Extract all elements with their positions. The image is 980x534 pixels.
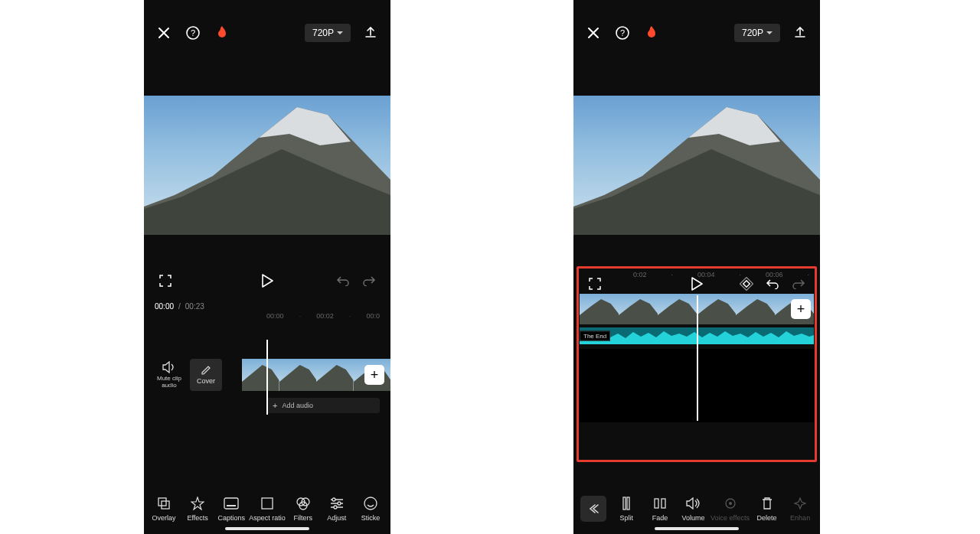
svg-marker-30 — [580, 299, 619, 324]
svg-rect-40 — [662, 499, 665, 508]
timeline-area[interactable]: 0:02 · 00:04 · 00:06 · + — [580, 269, 814, 422]
top-bar: ? 720P — [144, 6, 390, 60]
svg-rect-10 — [158, 498, 166, 506]
tool-voice-effects[interactable]: Voice effects — [710, 496, 750, 522]
tool-split[interactable]: Split — [610, 496, 642, 522]
timeline-ruler: 00:00 · 00:02 · 00:0 — [144, 312, 390, 324]
close-icon[interactable] — [155, 24, 173, 42]
resolution-label: 720P — [742, 28, 763, 38]
timeline-ruler: 0:02 · 00:04 · 00:06 · — [580, 269, 814, 282]
mute-clip-button[interactable]: Mute clip audio — [155, 360, 184, 389]
bottom-toolbar: Split Fade Volume Voice effects Delete E… — [573, 496, 820, 526]
chevron-down-icon — [337, 31, 343, 34]
playhead[interactable] — [697, 295, 698, 421]
home-indicator — [655, 527, 739, 530]
resolution-selector[interactable]: 720P — [734, 24, 780, 42]
back-button[interactable] — [580, 496, 606, 522]
svg-point-19 — [338, 502, 341, 505]
chevron-down-icon — [766, 31, 773, 34]
timeline-row[interactable]: Mute clip audio Cover + — [144, 358, 390, 392]
flame-icon[interactable] — [213, 24, 231, 42]
svg-rect-14 — [262, 498, 273, 509]
svg-rect-37 — [623, 497, 626, 510]
add-clip-button[interactable]: + — [791, 299, 811, 319]
svg-marker-31 — [619, 299, 658, 324]
svg-marker-5 — [263, 275, 273, 287]
svg-marker-34 — [736, 299, 775, 324]
playhead[interactable] — [266, 340, 268, 415]
undo-icon[interactable] — [334, 272, 352, 290]
video-preview[interactable] — [144, 96, 390, 235]
help-icon[interactable]: ? — [184, 24, 202, 42]
video-clip[interactable]: + — [242, 359, 390, 391]
tool-stickers[interactable]: Sticke — [354, 496, 387, 522]
tool-filters[interactable]: Filters — [287, 496, 319, 522]
editor-screen-main: ? 720P — [144, 0, 390, 534]
export-icon[interactable] — [361, 24, 380, 42]
add-clip-button[interactable]: + — [364, 365, 384, 385]
svg-marker-6 — [242, 365, 279, 391]
total-time: 00:23 — [185, 302, 204, 311]
svg-rect-12 — [224, 498, 238, 509]
tool-delete[interactable]: Delete — [751, 496, 783, 522]
tool-volume[interactable]: Volume — [678, 496, 710, 522]
redo-icon[interactable] — [360, 272, 378, 290]
fullscreen-icon[interactable] — [156, 272, 175, 290]
tool-enhance[interactable]: Enhan — [784, 496, 816, 522]
svg-text:?: ? — [620, 28, 625, 37]
svg-marker-33 — [697, 299, 736, 324]
close-icon[interactable] — [584, 24, 603, 42]
help-icon[interactable]: ? — [613, 24, 632, 42]
resolution-label: 720P — [312, 28, 334, 38]
tool-adjust[interactable]: Adjust — [321, 496, 353, 522]
playback-controls — [144, 262, 390, 299]
tool-overlay[interactable]: Overlay — [148, 496, 180, 522]
svg-marker-32 — [658, 299, 697, 324]
tool-aspect-ratio[interactable]: Aspect ratio — [249, 496, 286, 522]
tool-captions[interactable]: Captions — [215, 496, 247, 522]
bottom-toolbar: Overlay Effects Captions Aspect ratio Fi… — [144, 496, 390, 526]
play-button[interactable] — [258, 272, 276, 290]
audio-clip-label: The End — [580, 331, 610, 341]
home-indicator — [225, 527, 309, 530]
svg-point-18 — [332, 498, 335, 501]
svg-rect-11 — [162, 501, 169, 509]
top-bar: ? 720P — [573, 6, 820, 60]
resolution-selector[interactable]: 720P — [305, 24, 351, 42]
add-audio-button[interactable]: + Add audio — [266, 398, 380, 413]
tool-fade[interactable]: Fade — [644, 496, 676, 522]
svg-point-42 — [729, 502, 732, 505]
svg-rect-13 — [227, 505, 236, 506]
svg-rect-38 — [627, 497, 629, 510]
svg-point-21 — [364, 497, 377, 510]
tool-effects[interactable]: Effects — [181, 496, 214, 522]
video-preview[interactable] — [573, 96, 820, 235]
flame-icon[interactable] — [642, 24, 661, 42]
export-icon[interactable] — [791, 24, 809, 42]
svg-marker-8 — [316, 365, 354, 391]
time-display: 00:00 / 00:23 — [144, 299, 390, 312]
cover-button[interactable]: Cover — [190, 359, 222, 391]
svg-rect-39 — [655, 499, 658, 508]
current-time: 00:00 — [155, 302, 174, 311]
svg-text:?: ? — [191, 28, 195, 37]
svg-point-20 — [334, 506, 337, 509]
editor-screen-audio: ? 720P — [573, 0, 820, 534]
svg-marker-7 — [279, 365, 317, 391]
